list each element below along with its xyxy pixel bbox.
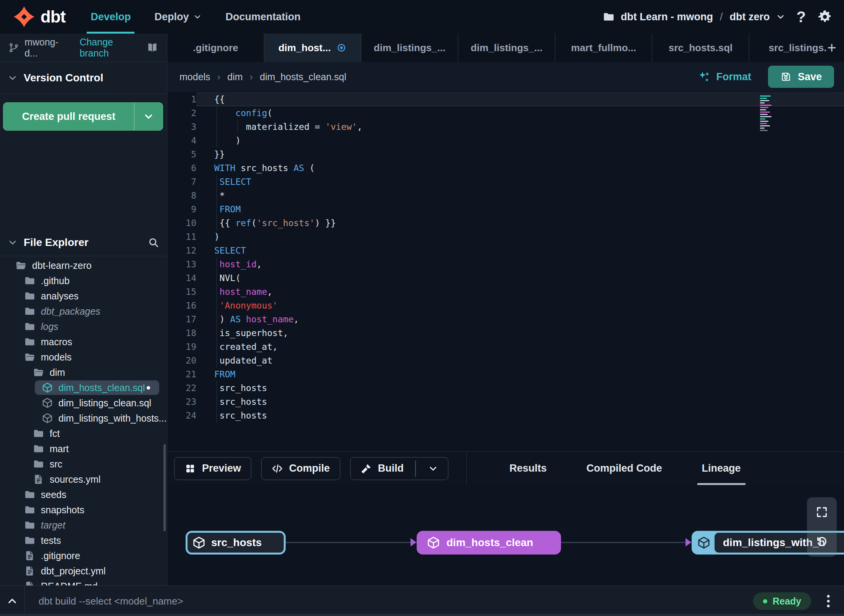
top-nav-bar: dbt Develop Deploy Documentation dbt Lea… [0, 0, 844, 34]
line-number: 21 [167, 367, 196, 381]
nav-item-develop[interactable]: Develop [91, 0, 131, 34]
help-button[interactable]: ? [797, 9, 806, 24]
panel-tab-compiled-code[interactable]: Compiled Code [567, 452, 682, 485]
code-line[interactable]: 24 src_hosts [167, 409, 844, 422]
tree-item-dim[interactable]: dim [0, 365, 167, 380]
tree-item-fct[interactable]: fct [0, 426, 167, 441]
chevron-down-icon[interactable] [428, 464, 438, 474]
code-line[interactable]: 6 WITH src_hosts AS ( [167, 161, 844, 175]
code-line[interactable]: 17 ) AS host_name, [167, 312, 844, 326]
code-line[interactable]: 15 host_name, [167, 285, 844, 299]
code-editor[interactable]: 1 {{ 2 config( 3 materialized = 'view', … [167, 92, 844, 451]
tree-item-dim-listings-clean-sql[interactable]: dim_listings_clean.sql [0, 395, 167, 411]
floppy-disk-icon [780, 71, 792, 82]
editor-tab[interactable]: dim_host... [264, 34, 361, 62]
format-button[interactable]: Format [698, 70, 751, 83]
code-line[interactable]: 12 SELECT [167, 244, 844, 257]
command-input[interactable]: dbt build --select <model_name> [39, 595, 183, 607]
editor-tab[interactable]: src_hosts.sql [652, 34, 749, 62]
bottom-panel-header: Preview Compile Build Results Compiled C… [167, 451, 844, 485]
code-line[interactable]: 3 materialized = 'view', [167, 120, 844, 134]
compile-button[interactable]: Compile [261, 457, 340, 480]
save-button[interactable]: Save [768, 66, 834, 88]
file-explorer-header[interactable]: File Explorer [0, 229, 167, 256]
tree-item-mart[interactable]: mart [0, 441, 167, 456]
settings-gear-icon[interactable] [817, 9, 833, 24]
tree-item-logs[interactable]: logs [0, 319, 167, 334]
kebab-menu-icon[interactable] [823, 593, 834, 609]
nav-item-documentation[interactable]: Documentation [225, 0, 301, 34]
editor-tab[interactable]: dim_listings_... [458, 34, 555, 62]
sidebar: mwong-d... Change branch Version Control… [0, 34, 167, 585]
tree-item-target[interactable]: target [0, 517, 167, 533]
build-button[interactable]: Build [350, 457, 448, 480]
line-number: 4 [167, 134, 196, 147]
code-line[interactable]: 11 ) [167, 230, 844, 244]
editor-tab-strip: .gitignore dim_host... dim_listings_... … [167, 34, 844, 62]
sidebar-scrollbar[interactable] [163, 444, 166, 531]
dbt-logo[interactable]: dbt [13, 6, 65, 28]
code-line[interactable]: 10 {{ ref('src_hosts') }} [167, 216, 844, 230]
preview-button[interactable]: Preview [174, 457, 251, 480]
tree-item-dbt-learn-zero[interactable]: dbt-learn-zero [0, 258, 167, 273]
tree-item-seeds[interactable]: seeds [0, 487, 167, 502]
tree-item-src[interactable]: src [0, 456, 167, 472]
code-line[interactable]: 13 host_id, [167, 257, 844, 271]
code-line[interactable]: 19 created_at, [167, 340, 844, 354]
version-control-body: Create pull request [0, 94, 167, 229]
lineage-node-src-hosts[interactable]: src_hosts [186, 531, 286, 555]
code-line[interactable]: 22 src_hosts [167, 381, 844, 395]
tree-item-macros[interactable]: macros [0, 334, 167, 349]
code-line[interactable]: 20 updated_at [167, 354, 844, 367]
version-control-header[interactable]: Version Control [0, 62, 167, 94]
code-line[interactable]: 16 'Anonymous' [167, 299, 844, 312]
code-line[interactable]: 4 ) [167, 134, 844, 147]
code-line[interactable]: 9 FROM [167, 202, 844, 216]
tree-item-github[interactable]: .github [0, 273, 167, 288]
code-line[interactable]: 21 FROM [167, 367, 844, 381]
tree-item-analyses[interactable]: analyses [0, 288, 167, 304]
tree-item-tests[interactable]: tests [0, 533, 167, 548]
code-line[interactable]: 8 * [167, 189, 844, 202]
code-line[interactable]: 18 is_superhost, [167, 326, 844, 340]
new-tab-button[interactable] [823, 34, 841, 62]
minimap[interactable] [760, 95, 782, 131]
nav-item-deploy[interactable]: Deploy [154, 0, 202, 34]
docs-book-icon[interactable] [146, 42, 158, 53]
editor-tab[interactable]: dim_listings_... [361, 34, 458, 62]
grid-icon [184, 463, 196, 474]
code-line[interactable]: 7 SELECT [167, 175, 844, 189]
code-line[interactable]: 23 src_hosts [167, 395, 844, 409]
panel-tab-results[interactable]: Results [490, 452, 567, 485]
change-branch-link[interactable]: Change branch [79, 37, 141, 59]
code-line[interactable]: 1 {{ [167, 92, 844, 106]
status-bar: dbt build --select <model_name> Ready [0, 585, 844, 616]
tree-item-dbt-packages[interactable]: dbt_packages [0, 304, 167, 319]
folder-icon [24, 519, 36, 531]
pr-dropdown-button[interactable] [134, 103, 163, 130]
tree-item-dbt-project-yml[interactable]: dbt_project.yml [0, 563, 167, 579]
lineage-node-dim-hosts-clean[interactable]: dim_hosts_clean [417, 531, 561, 555]
search-icon[interactable] [148, 237, 159, 248]
editor-tab[interactable]: mart_fullmo... [555, 34, 652, 62]
tree-item-gitignore[interactable]: .gitignore [0, 548, 167, 563]
tree-item-dim-hosts-clean-sql[interactable]: dim_hosts_clean.sql [0, 380, 167, 395]
code-line[interactable]: 2 config( [167, 106, 844, 120]
tree-item-dim-listings-with-hosts[interactable]: dim_listings_with_hosts... [0, 411, 167, 426]
code-line[interactable]: 14 NVL( [167, 271, 844, 285]
fullscreen-icon[interactable] [815, 505, 829, 519]
line-number: 15 [167, 285, 196, 299]
project-selector[interactable]: dbt Learn - mwong / dbt zero [603, 11, 785, 23]
tree-item-readme-md[interactable]: README.md [0, 579, 167, 585]
panel-tab-lineage[interactable]: Lineage [682, 452, 761, 485]
code-line[interactable]: 5 }} [167, 147, 844, 161]
editor-tab[interactable]: .gitignore [167, 34, 264, 62]
tree-item-snapshots[interactable]: snapshots [0, 502, 167, 517]
create-pull-request-button[interactable]: Create pull request [3, 102, 163, 131]
tree-item-sources-yml[interactable]: sources.yml [0, 472, 167, 487]
refresh-icon[interactable] [815, 535, 829, 549]
tree-item-models[interactable]: models [0, 349, 167, 365]
sparkles-icon [698, 70, 711, 83]
format-label: Format [716, 71, 751, 83]
command-bar-toggle[interactable] [0, 586, 25, 616]
